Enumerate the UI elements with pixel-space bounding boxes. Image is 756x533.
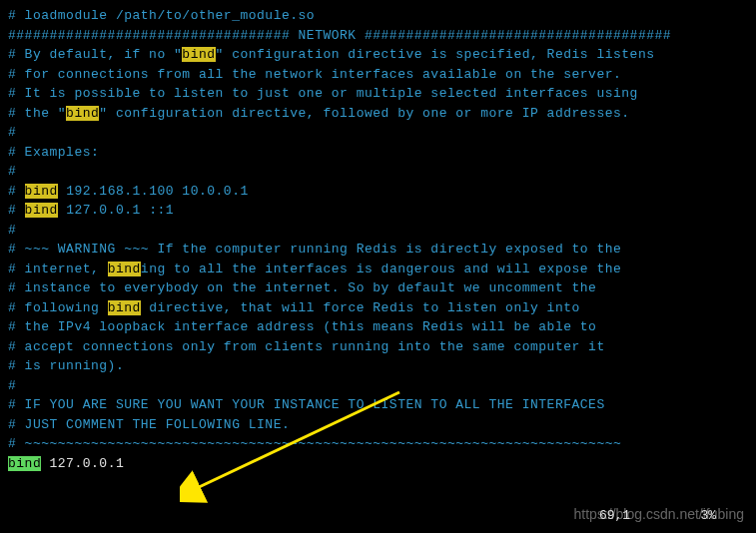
config-line: # following bind directive, that will fo…	[8, 298, 748, 318]
search-highlight: bind	[66, 106, 99, 121]
search-highlight: bind	[108, 262, 141, 276]
config-line: # the IPv4 loopback interface address (t…	[8, 317, 748, 337]
search-highlight: bind	[25, 203, 58, 218]
config-line: # ~~~ WARNING ~~~ If the computer runnin…	[8, 240, 748, 260]
config-line: # accept connections only from clients r…	[8, 337, 748, 357]
watermark: https://blog.csdn.net/ifubing	[574, 504, 744, 525]
cursor-highlight: bind	[8, 456, 41, 471]
config-line: # internet, binding to all the interface…	[8, 260, 748, 279]
config-line: # JUST COMMENT THE FOLLOWING LINE.	[8, 415, 748, 435]
config-line: #	[8, 376, 748, 396]
search-highlight: bind	[25, 184, 58, 199]
config-line: #	[8, 162, 748, 182]
config-line: # the "bind" configuration directive, fo…	[8, 104, 748, 124]
config-line: #	[8, 221, 748, 241]
search-highlight: bind	[182, 47, 215, 62]
config-line: #	[8, 123, 748, 143]
config-line: # Examples:	[8, 143, 748, 163]
config-line: # It is possible to listen to just one o…	[8, 84, 748, 104]
config-line: # By default, if no "bind" configuration…	[8, 45, 748, 65]
config-line: # bind 127.0.0.1 ::1	[8, 201, 748, 221]
config-line: # is running).	[8, 356, 748, 376]
config-line: # bind 192.168.1.100 10.0.0.1	[8, 182, 748, 202]
search-highlight: bind	[108, 300, 141, 315]
config-line: # instance to everybody on the internet.…	[8, 278, 748, 298]
config-line: # ~~~~~~~~~~~~~~~~~~~~~~~~~~~~~~~~~~~~~~…	[8, 434, 748, 454]
config-line: ################################## NETWO…	[8, 26, 748, 46]
config-line: # for connections from all the network i…	[8, 65, 748, 85]
editor-content[interactable]: # loadmodule /path/to/other_module.so ##…	[8, 6, 748, 473]
config-line: # IF YOU ARE SURE YOU WANT YOUR INSTANCE…	[8, 395, 748, 415]
cursor-line: bind 127.0.0.1	[8, 454, 748, 474]
config-line: # loadmodule /path/to/other_module.so	[8, 6, 748, 26]
